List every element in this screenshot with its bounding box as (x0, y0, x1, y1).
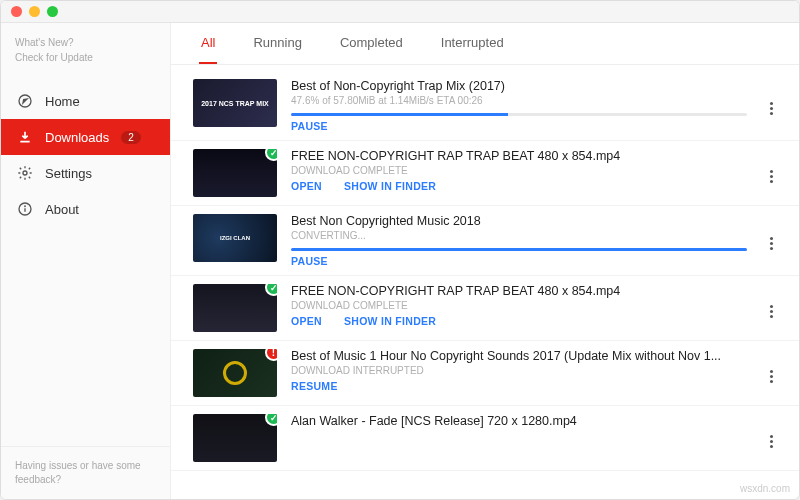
tab-interrupted[interactable]: Interrupted (439, 23, 506, 64)
sidebar-item-label: Downloads (45, 130, 109, 145)
app-body: What's New? Check for Update Home Downlo… (1, 23, 799, 499)
info-icon (17, 201, 33, 217)
download-title: Best of Music 1 Hour No Copyright Sounds… (291, 349, 747, 363)
sidebar: What's New? Check for Update Home Downlo… (1, 23, 171, 499)
thumbnail[interactable] (193, 414, 277, 462)
download-item: 2017 NCS TRAP MIX Best of Non-Copyright … (171, 71, 799, 141)
whats-new-link[interactable]: What's New? (15, 35, 156, 50)
thumbnail[interactable] (193, 284, 277, 332)
main-panel: All Running Completed Interrupted 2017 N… (171, 23, 799, 499)
download-title: Best Non Copyrighted Music 2018 (291, 214, 747, 228)
download-subtext: DOWNLOAD COMPLETE (291, 300, 747, 311)
svg-marker-1 (23, 99, 27, 103)
progress-bar (291, 248, 747, 251)
window-minimize-button[interactable] (29, 6, 40, 17)
thumb-caption: 2017 NCS TRAP MIX (193, 79, 277, 127)
download-meta: Alan Walker - Fade [NCS Release] 720 x 1… (291, 414, 747, 462)
pause-button[interactable]: PAUSE (291, 255, 328, 267)
tab-running[interactable]: Running (251, 23, 303, 64)
more-menu-button[interactable] (761, 414, 781, 462)
titlebar (1, 1, 799, 23)
downloads-badge: 2 (121, 131, 141, 144)
thumbnail[interactable]: IZGI CLAN (193, 214, 277, 262)
downloads-list: 2017 NCS TRAP MIX Best of Non-Copyright … (171, 65, 799, 499)
sidebar-item-label: About (45, 202, 79, 217)
progress-fill (291, 248, 747, 251)
download-meta: Best of Music 1 Hour No Copyright Sounds… (291, 349, 747, 397)
download-meta: FREE NON-COPYRIGHT RAP TRAP BEAT 480 x 8… (291, 149, 747, 197)
progress-bar (291, 113, 747, 116)
download-subtext: DOWNLOAD COMPLETE (291, 165, 747, 176)
thumbnail[interactable] (193, 349, 277, 397)
download-meta: Best of Non-Copyright Trap Mix (2017) 47… (291, 79, 747, 132)
sidebar-item-label: Home (45, 94, 80, 109)
open-button[interactable]: OPEN (291, 180, 322, 192)
show-in-finder-button[interactable]: SHOW IN FINDER (344, 315, 436, 327)
sidebar-feedback[interactable]: Having issues or have some feedback? (1, 446, 170, 499)
sidebar-nav: Home Downloads 2 Settings (1, 83, 170, 227)
download-title: FREE NON-COPYRIGHT RAP TRAP BEAT 480 x 8… (291, 149, 747, 163)
more-menu-button[interactable] (761, 149, 781, 197)
tab-completed[interactable]: Completed (338, 23, 405, 64)
sidebar-item-home[interactable]: Home (1, 83, 170, 119)
more-menu-button[interactable] (761, 214, 781, 267)
thumb-caption: IZGI CLAN (193, 214, 277, 262)
download-item: IZGI CLAN Best Non Copyrighted Music 201… (171, 206, 799, 276)
sidebar-item-downloads[interactable]: Downloads 2 (1, 119, 170, 155)
sidebar-item-settings[interactable]: Settings (1, 155, 170, 191)
gear-icon (17, 165, 33, 181)
svg-point-2 (23, 171, 27, 175)
app-window: What's New? Check for Update Home Downlo… (0, 0, 800, 500)
download-item: Best of Music 1 Hour No Copyright Sounds… (171, 341, 799, 406)
open-button[interactable]: OPEN (291, 315, 322, 327)
compass-icon (17, 93, 33, 109)
download-meta: Best Non Copyrighted Music 2018 CONVERTI… (291, 214, 747, 267)
download-item: FREE NON-COPYRIGHT RAP TRAP BEAT 480 x 8… (171, 141, 799, 206)
download-meta: FREE NON-COPYRIGHT RAP TRAP BEAT 480 x 8… (291, 284, 747, 332)
sidebar-item-about[interactable]: About (1, 191, 170, 227)
check-update-link[interactable]: Check for Update (15, 50, 156, 65)
thumbnail[interactable]: 2017 NCS TRAP MIX (193, 79, 277, 127)
watermark: wsxdn.com (740, 483, 790, 494)
download-subtext: DOWNLOAD INTERRUPTED (291, 365, 747, 376)
download-title: Best of Non-Copyright Trap Mix (2017) (291, 79, 747, 93)
download-subtext: CONVERTING... (291, 230, 747, 241)
download-item: Alan Walker - Fade [NCS Release] 720 x 1… (171, 406, 799, 471)
download-subtext: 47.6% of 57.80MiB at 1.14MiB/s ETA 00:26 (291, 95, 747, 106)
download-title: Alan Walker - Fade [NCS Release] 720 x 1… (291, 414, 747, 428)
sidebar-item-label: Settings (45, 166, 92, 181)
more-menu-button[interactable] (761, 284, 781, 332)
filter-tabs: All Running Completed Interrupted (171, 23, 799, 65)
download-icon (17, 129, 33, 145)
tab-all[interactable]: All (199, 23, 217, 64)
more-menu-button[interactable] (761, 349, 781, 397)
download-title: FREE NON-COPYRIGHT RAP TRAP BEAT 480 x 8… (291, 284, 747, 298)
resume-button[interactable]: RESUME (291, 380, 338, 392)
window-close-button[interactable] (11, 6, 22, 17)
more-menu-button[interactable] (761, 79, 781, 132)
thumbnail[interactable] (193, 149, 277, 197)
svg-point-5 (25, 206, 26, 207)
download-item: FREE NON-COPYRIGHT RAP TRAP BEAT 480 x 8… (171, 276, 799, 341)
window-maximize-button[interactable] (47, 6, 58, 17)
progress-fill (291, 113, 508, 116)
pause-button[interactable]: PAUSE (291, 120, 328, 132)
sidebar-top-links: What's New? Check for Update (1, 23, 170, 83)
show-in-finder-button[interactable]: SHOW IN FINDER (344, 180, 436, 192)
